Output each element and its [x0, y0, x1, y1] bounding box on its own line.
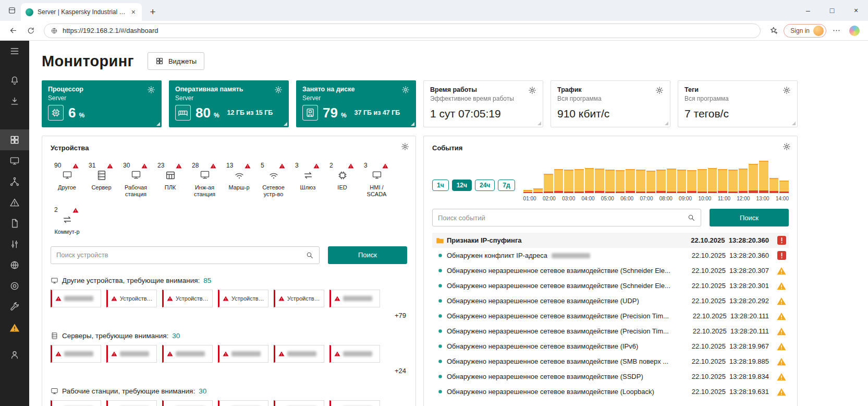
event-row-2[interactable]: Обнаружено неразрешенное сетевое взаимод… — [432, 263, 789, 278]
group-count[interactable]: 85 — [203, 277, 211, 284]
device-chip[interactable] — [106, 345, 157, 363]
event-row-7[interactable]: Обнаружено неразрешенное сетевое взаимод… — [432, 339, 789, 354]
sidebar-item-document[interactable] — [0, 213, 29, 234]
group-count[interactable]: 30 — [199, 387, 206, 395]
gear-icon[interactable] — [783, 142, 791, 151]
address-bar[interactable]: https://192.168.2.1/#/dashboard — [44, 23, 761, 38]
add-favorite-button[interactable] — [766, 23, 781, 39]
device-chip[interactable] — [51, 345, 101, 363]
tab-close-icon[interactable]: × — [130, 8, 137, 16]
device-type-filter-8[interactable]: 2 IED — [326, 162, 359, 198]
event-row-9[interactable]: Обнаружено неразрешенное сетевое взаимод… — [432, 369, 789, 384]
close-button[interactable]: × — [844, 0, 868, 21]
time-range-12ч[interactable]: 12ч — [452, 180, 472, 191]
event-search-button[interactable]: Поиск — [710, 209, 789, 226]
copilot-icon[interactable] — [849, 26, 860, 36]
widgets-button[interactable]: Виджеты — [148, 52, 204, 70]
device-type-filter-7[interactable]: 3 Шлюз — [291, 162, 324, 198]
device-chip[interactable]: Устройство ... — [162, 290, 213, 307]
sidebar-item-grid[interactable] — [0, 129, 29, 150]
stat-card-uptime: Время работы Эффективное время работы 1 … — [423, 80, 543, 127]
device-type-filter-3[interactable]: 23 ПЛК — [154, 162, 187, 198]
event-row-10[interactable]: Обнаружено неразрешенное сетевое взаимод… — [432, 384, 789, 399]
device-chip[interactable] — [51, 290, 101, 307]
more-devices[interactable]: +24 — [51, 367, 407, 375]
event-row-0[interactable]: Признаки IP-спуфинга 22.10.2025 13:28:20… — [432, 233, 789, 248]
device-chip[interactable] — [162, 400, 213, 406]
event-row-1[interactable]: Обнаружен конфликт IP-адреса 22.10.2025 … — [432, 248, 789, 263]
device-type-filter-0[interactable]: 90 Другое — [51, 162, 83, 198]
warning-icon — [279, 163, 285, 169]
device-chip[interactable] — [106, 400, 157, 406]
sidebar-item-wrench[interactable] — [0, 296, 29, 317]
device-chip[interactable] — [162, 345, 213, 363]
sidebar-item-download[interactable] — [0, 91, 29, 112]
browser-tab[interactable]: Server | Kaspersky Industrial Cybe × — [21, 3, 142, 21]
refresh-button[interactable] — [23, 23, 39, 39]
sidebar-item-alert[interactable] — [0, 192, 29, 213]
device-chip[interactable]: Устройство ... — [218, 290, 268, 307]
workspaces-icon[interactable] — [3, 2, 21, 19]
browser-menu-button[interactable] — [828, 23, 844, 39]
device-chip[interactable] — [51, 400, 101, 406]
event-search-input[interactable] — [438, 214, 687, 222]
device-type-filter-10[interactable]: 2 Коммут-р — [51, 206, 83, 235]
device-chip[interactable] — [218, 345, 268, 363]
event-row-8[interactable]: Обнаружено неразрешенное сетевое взаимод… — [432, 354, 789, 369]
event-row-6[interactable]: Обнаружено неразрешенное сетевое взаимод… — [432, 324, 789, 339]
sidebar-item-user[interactable] — [0, 344, 29, 365]
event-dot-icon — [433, 253, 447, 258]
time-range-24ч[interactable]: 24ч — [475, 180, 495, 191]
device-type-filter-5[interactable]: 13 Марш-р — [223, 162, 255, 198]
device-type-filter-9[interactable]: 3 HMI / SCADA — [360, 162, 393, 198]
device-search-input[interactable] — [56, 251, 305, 259]
menu-icon — [9, 46, 20, 56]
gear-icon[interactable] — [401, 86, 410, 94]
event-row-5[interactable]: Обнаружено неразрешенное сетевое взаимод… — [432, 308, 789, 324]
sidebar-item-monitor[interactable] — [0, 150, 29, 171]
sidebar-item-topology[interactable] — [0, 171, 29, 192]
wifi-icon — [223, 170, 255, 182]
gear-icon[interactable] — [147, 86, 155, 94]
sidebar-item-bell[interactable] — [0, 70, 29, 91]
device-chip[interactable]: Устройство ... — [274, 290, 324, 307]
sidebar-item-menu[interactable] — [0, 41, 29, 62]
time-range-7д[interactable]: 7д — [498, 180, 515, 191]
card-header: Процессор Server — [48, 86, 155, 102]
wifi-icon — [257, 170, 290, 182]
device-chip[interactable] — [274, 400, 324, 406]
gear-icon[interactable] — [783, 86, 791, 94]
device-chip[interactable]: Устройство ... — [106, 290, 157, 307]
gear-icon[interactable] — [401, 142, 409, 151]
chart-bar-critical — [718, 191, 727, 193]
kaspersky-favicon-icon — [26, 8, 33, 16]
device-type-filter-2[interactable]: 30 Рабочая станция — [119, 162, 152, 198]
more-devices[interactable]: +79 — [51, 312, 407, 319]
device-chip[interactable] — [329, 290, 380, 307]
minimize-button[interactable]: – — [796, 0, 820, 21]
sidebar-item-sliders[interactable] — [0, 234, 29, 255]
back-button[interactable] — [5, 23, 21, 39]
event-row-3[interactable]: Обнаружено неразрешенное сетевое взаимод… — [432, 278, 789, 293]
group-count[interactable]: 30 — [172, 332, 180, 340]
sidebar-item-target[interactable] — [0, 276, 29, 296]
sidebar-item-globe[interactable] — [0, 255, 29, 276]
device-type-filter-6[interactable]: 5 Сетевое устр-во — [257, 162, 290, 198]
event-row-4[interactable]: Обнаружено неразрешенное сетевое взаимод… — [432, 293, 789, 308]
gear-icon[interactable] — [528, 86, 536, 94]
device-search-button[interactable]: Поиск — [328, 246, 407, 264]
redacted-text — [343, 351, 372, 356]
device-chip[interactable] — [274, 345, 324, 363]
device-type-filter-4[interactable]: 28 Инж-ая станция — [188, 162, 221, 198]
device-type-filter-1[interactable]: 31 Сервер — [85, 162, 118, 198]
sign-in-button[interactable]: Sign in — [784, 24, 826, 38]
device-chip[interactable] — [329, 345, 380, 363]
time-range-1ч[interactable]: 1ч — [432, 180, 449, 191]
maximize-button[interactable]: □ — [820, 0, 844, 21]
device-chip[interactable] — [218, 400, 268, 406]
gear-icon[interactable] — [274, 86, 283, 94]
gear-icon[interactable] — [655, 86, 664, 94]
new-tab-button[interactable]: + — [145, 4, 161, 20]
sidebar-item-warning[interactable] — [0, 317, 29, 338]
device-chip[interactable] — [329, 400, 380, 406]
